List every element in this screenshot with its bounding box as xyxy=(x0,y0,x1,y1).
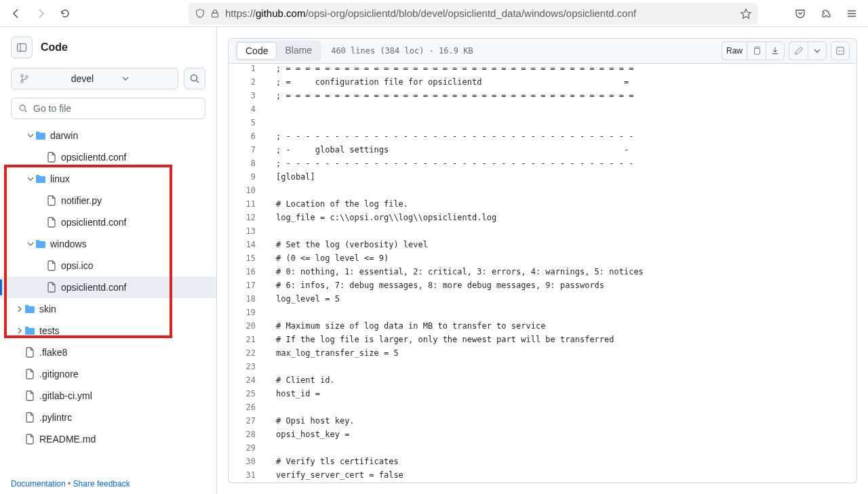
tree-item-label: tests xyxy=(39,325,60,336)
chevron-icon xyxy=(27,176,35,182)
code-line: 9[global] xyxy=(229,172,856,186)
tree-file[interactable]: opsi.ico xyxy=(0,255,216,276)
line-number[interactable]: 23 xyxy=(229,362,269,375)
lock-icon xyxy=(210,9,220,18)
code-line: 15# (0 <= log level <= 9) xyxy=(229,253,856,267)
tree-item-label: .gitignore xyxy=(39,369,79,379)
line-number[interactable]: 8 xyxy=(229,159,269,172)
goto-file-input[interactable]: Go to file xyxy=(11,98,205,119)
tree-file[interactable]: opsiclientd.conf xyxy=(0,276,216,298)
address-bar[interactable]: https://github.com/opsi-org/opsiclientd/… xyxy=(189,3,758,24)
code-line: 10 xyxy=(229,186,856,199)
tree-file[interactable]: .pylintrc xyxy=(0,407,216,428)
raw-button[interactable]: Raw xyxy=(722,41,747,60)
line-number[interactable]: 13 xyxy=(229,226,269,240)
tree-file[interactable]: README.md xyxy=(0,428,216,450)
line-number[interactable]: 26 xyxy=(229,403,269,416)
line-number[interactable]: 14 xyxy=(229,240,269,253)
star-icon[interactable] xyxy=(741,8,751,19)
line-number[interactable]: 25 xyxy=(229,389,269,403)
reload-button[interactable] xyxy=(56,4,75,23)
line-content: # 6: infos, 7: debug messages, 8: more d… xyxy=(269,281,604,294)
tree-file[interactable]: .gitlab-ci.yml xyxy=(0,385,216,407)
code-line: 1; = = = = = = = = = = = = = = = = = = =… xyxy=(229,64,856,77)
line-content: [global] xyxy=(269,172,315,186)
line-number[interactable]: 18 xyxy=(229,294,269,308)
tree-folder[interactable]: windows xyxy=(0,233,216,255)
code-view[interactable]: 1; = = = = = = = = = = = = = = = = = = =… xyxy=(228,64,857,483)
tree-search-button[interactable] xyxy=(184,68,205,89)
share-feedback-link[interactable]: Share feedback xyxy=(73,479,130,489)
line-number[interactable]: 16 xyxy=(229,267,269,281)
file-icon xyxy=(46,195,57,206)
extensions-icon[interactable] xyxy=(816,4,835,23)
line-number[interactable]: 3 xyxy=(229,91,269,104)
pocket-icon[interactable] xyxy=(791,4,810,23)
svg-point-13 xyxy=(841,50,842,52)
download-button[interactable] xyxy=(766,41,785,60)
line-number[interactable]: 1 xyxy=(229,64,269,77)
tree-folder[interactable]: skin xyxy=(0,298,216,320)
line-number[interactable]: 10 xyxy=(229,186,269,199)
tree-file[interactable]: opsiclientd.conf xyxy=(0,146,216,168)
line-number[interactable]: 15 xyxy=(229,253,269,267)
code-tab[interactable]: Code xyxy=(237,42,277,60)
documentation-link[interactable]: Documentation xyxy=(11,479,66,489)
line-number[interactable]: 30 xyxy=(229,457,269,470)
branch-selector[interactable]: devel xyxy=(11,68,178,89)
line-number[interactable]: 28 xyxy=(229,430,269,443)
line-number[interactable]: 24 xyxy=(229,375,269,389)
line-number[interactable]: 9 xyxy=(229,172,269,186)
line-number[interactable]: 27 xyxy=(229,416,269,430)
copy-button[interactable] xyxy=(747,41,766,60)
line-number[interactable]: 19 xyxy=(229,308,269,321)
line-number[interactable]: 11 xyxy=(229,199,269,213)
tree-folder[interactable]: linux xyxy=(0,168,216,190)
line-number[interactable]: 20 xyxy=(229,321,269,335)
tree-file[interactable]: .gitignore xyxy=(0,363,216,385)
code-line: 6; - - - - - - - - - - - - - - - - - - -… xyxy=(229,131,856,145)
file-icon xyxy=(24,369,35,379)
code-line: 30# Verify tls certificates xyxy=(229,457,856,470)
line-content: ; - - - - - - - - - - - - - - - - - - - … xyxy=(269,131,633,145)
line-number[interactable]: 7 xyxy=(229,145,269,159)
forward-button[interactable] xyxy=(31,4,50,23)
symbols-button[interactable] xyxy=(831,41,850,60)
tree-item-label: darwin xyxy=(50,130,78,141)
line-number[interactable]: 31 xyxy=(229,470,269,483)
file-content-pane: Code Blame 460 lines (384 loc) · 16.9 KB… xyxy=(217,27,868,494)
line-number[interactable]: 21 xyxy=(229,335,269,348)
svg-line-9 xyxy=(25,110,27,112)
line-number[interactable]: 17 xyxy=(229,281,269,294)
line-content: # Opsi host key. xyxy=(269,416,355,430)
line-content: ; - - - - - - - - - - - - - - - - - - - … xyxy=(269,159,633,172)
search-icon xyxy=(18,104,28,113)
code-line: 12log_file = c:\\opsi.org\\log\\opsiclie… xyxy=(229,213,856,226)
line-number[interactable]: 6 xyxy=(229,131,269,145)
line-number[interactable]: 29 xyxy=(229,443,269,457)
svg-point-6 xyxy=(191,75,197,81)
tree-file[interactable]: .flake8 xyxy=(0,342,216,363)
blame-tab[interactable]: Blame xyxy=(277,42,320,60)
menu-icon[interactable] xyxy=(842,4,861,23)
tree-folder[interactable]: tests xyxy=(0,320,216,342)
tree-file[interactable]: opsiclientd.conf xyxy=(0,211,216,233)
line-number[interactable]: 12 xyxy=(229,213,269,226)
back-button[interactable] xyxy=(7,4,26,23)
line-number[interactable]: 4 xyxy=(229,104,269,118)
svg-point-4 xyxy=(21,81,24,83)
file-toolbar: Code Blame 460 lines (384 loc) · 16.9 KB… xyxy=(228,38,857,64)
edit-menu-button[interactable] xyxy=(808,41,827,60)
line-number[interactable]: 22 xyxy=(229,348,269,362)
tree-item-label: .gitlab-ci.yml xyxy=(39,390,92,401)
edit-button[interactable] xyxy=(789,41,808,60)
line-number[interactable]: 5 xyxy=(229,118,269,131)
code-line: 14# Set the log (verbosity) level xyxy=(229,240,856,253)
shield-icon xyxy=(195,9,205,18)
file-icon xyxy=(24,434,35,445)
tree-file[interactable]: notifier.py xyxy=(0,190,216,211)
file-icon xyxy=(46,282,57,293)
collapse-sidebar-button[interactable] xyxy=(11,37,33,58)
tree-folder[interactable]: darwin xyxy=(0,125,216,146)
line-number[interactable]: 2 xyxy=(229,77,269,91)
